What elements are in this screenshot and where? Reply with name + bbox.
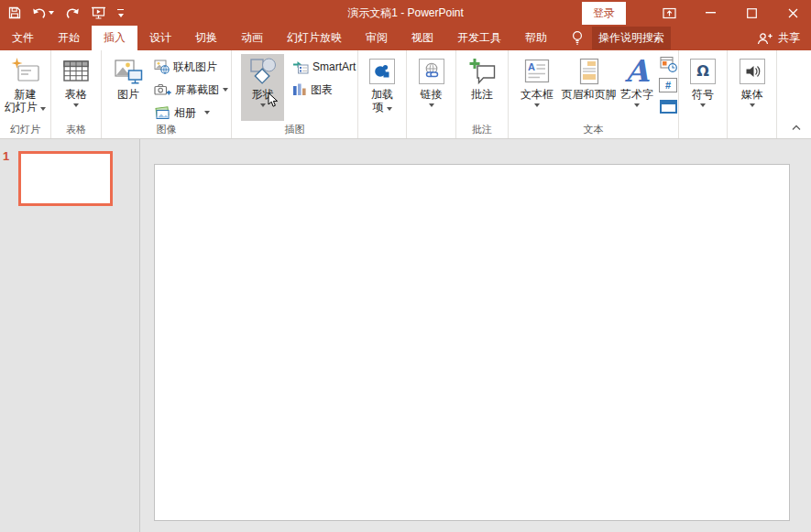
qat-customize-icon [117, 9, 124, 10]
redo-button[interactable] [65, 7, 80, 19]
group-label-slides: 幻灯片 [0, 123, 50, 136]
tab-insert[interactable]: 插入 [92, 26, 137, 50]
ribbon-display-options-button[interactable] [656, 0, 682, 26]
omega-icon: Ω [690, 59, 716, 84]
chart-button[interactable]: 图表 [290, 79, 358, 101]
photo-album-icon [154, 106, 170, 120]
table-label: 表格 [65, 88, 87, 101]
lightbulb-icon [571, 30, 584, 46]
slide-number-button[interactable]: # [656, 75, 680, 95]
ribbon: 新建 幻灯片 幻灯片 表格 表格 图片 联机图片 [0, 50, 811, 139]
comment-label: 批注 [471, 88, 493, 101]
group-label-illustrations: 插图 [232, 123, 357, 136]
slide-thumbnail-panel: 1 [0, 139, 140, 532]
collapse-ribbon-button[interactable] [791, 118, 802, 135]
slide-number-icon: # [659, 78, 677, 92]
save-icon [8, 6, 21, 19]
tell-me-search[interactable]: 操作说明搜索 [592, 27, 671, 49]
tab-help[interactable]: 帮助 [513, 26, 559, 50]
comment-button[interactable]: 批注 [456, 54, 508, 101]
picture-button[interactable]: 图片 [107, 54, 149, 101]
photo-album-label: 相册 [174, 105, 196, 121]
mouse-cursor-icon [268, 92, 279, 112]
tab-developer[interactable]: 开发工具 [445, 26, 513, 50]
group-tables: 表格 表格 [51, 50, 102, 138]
new-slide-button[interactable]: 新建 幻灯片 [0, 54, 50, 114]
link-button[interactable]: 链接 [407, 54, 455, 107]
text-box-button[interactable]: A 文本框 [514, 54, 560, 107]
title-bar: 演示文稿1 - PowerPoint 登录 [0, 0, 811, 26]
customize-qat-button[interactable] [117, 9, 124, 17]
symbol-button[interactable]: Ω 符号 [679, 54, 727, 107]
addins-button[interactable]: 加载 项 [358, 54, 406, 114]
tell-me-area: 操作说明搜索 [571, 26, 671, 50]
undo-icon [32, 7, 47, 19]
header-footer-button[interactable]: 页眉和页脚 [560, 54, 618, 101]
wordart-button[interactable]: A 艺术字 [618, 54, 656, 107]
tab-view[interactable]: 视图 [400, 26, 445, 50]
date-time-button[interactable] [656, 54, 680, 74]
start-slideshow-button[interactable] [91, 6, 106, 19]
group-addins: 加载 项 [358, 50, 407, 138]
slide-canvas[interactable] [154, 164, 790, 521]
maximize-button[interactable] [739, 0, 764, 26]
sign-in-button[interactable]: 登录 [582, 2, 626, 25]
new-slide-label-line2: 幻灯片 [5, 101, 46, 114]
header-footer-label: 页眉和页脚 [562, 88, 617, 101]
share-button[interactable]: 共享 [757, 26, 800, 50]
slideshow-icon [91, 6, 106, 19]
share-label: 共享 [778, 30, 800, 46]
person-add-icon [757, 32, 773, 45]
group-label-tables: 表格 [51, 123, 101, 136]
media-label: 媒体 [741, 88, 763, 101]
table-icon [63, 55, 89, 87]
minimize-button[interactable] [697, 0, 723, 26]
tab-design[interactable]: 设计 [137, 26, 183, 50]
group-media: 媒体 [728, 50, 777, 138]
tab-animations[interactable]: 动画 [229, 26, 275, 50]
maximize-icon [747, 8, 757, 18]
link-label: 链接 [421, 88, 443, 101]
object-icon [660, 100, 677, 114]
tab-transitions[interactable]: 切换 [183, 26, 229, 50]
group-illustrations: 形状 SmartArt 图表 插图 [232, 50, 358, 138]
media-button[interactable]: 媒体 [728, 54, 776, 107]
addins-label-line1: 加载 [371, 88, 393, 101]
online-pictures-label: 联机图片 [173, 60, 217, 75]
photo-album-button[interactable]: 相册 [151, 102, 231, 124]
dropdown-arrow-icon [700, 103, 706, 107]
chevron-up-icon [791, 124, 802, 131]
tab-slideshow[interactable]: 幻灯片放映 [275, 26, 354, 50]
close-button[interactable] [780, 0, 806, 26]
ribbon-tab-row: 文件 开始 插入 设计 切换 动画 幻灯片放映 审阅 视图 开发工具 帮助 操作… [0, 26, 811, 50]
tab-file[interactable]: 文件 [0, 26, 46, 50]
shapes-button[interactable]: 形状 [241, 54, 284, 121]
shapes-icon [248, 55, 278, 87]
workspace: 1 [0, 139, 811, 532]
ribbon-display-options-icon [663, 7, 676, 19]
table-button[interactable]: 表格 [51, 54, 101, 107]
new-slide-label-line1: 新建 [15, 88, 37, 101]
save-button[interactable] [8, 6, 21, 19]
slide-thumbnail[interactable] [18, 151, 113, 206]
wordart-icon: A [625, 56, 649, 86]
group-label-text: 文本 [509, 123, 678, 136]
addins-icon [369, 59, 395, 84]
smartart-icon [292, 60, 309, 74]
tab-review[interactable]: 审阅 [354, 26, 400, 50]
screenshot-button[interactable]: 屏幕截图 [151, 79, 231, 101]
object-button[interactable] [656, 96, 680, 116]
dropdown-arrow-icon [40, 107, 46, 111]
group-label-images: 图像 [102, 123, 231, 136]
date-time-icon [660, 56, 677, 72]
smartart-button[interactable]: SmartArt [290, 56, 358, 78]
undo-button[interactable] [32, 7, 54, 19]
svg-text:A: A [528, 61, 535, 72]
tab-home[interactable]: 开始 [46, 26, 92, 50]
smartart-label: SmartArt [312, 60, 356, 73]
symbol-label: 符号 [692, 88, 714, 101]
online-pictures-button[interactable]: 联机图片 [151, 56, 231, 78]
addins-label-line2: 项 [372, 101, 391, 114]
dropdown-arrow-icon [387, 107, 392, 111]
new-slide-icon [11, 55, 40, 87]
